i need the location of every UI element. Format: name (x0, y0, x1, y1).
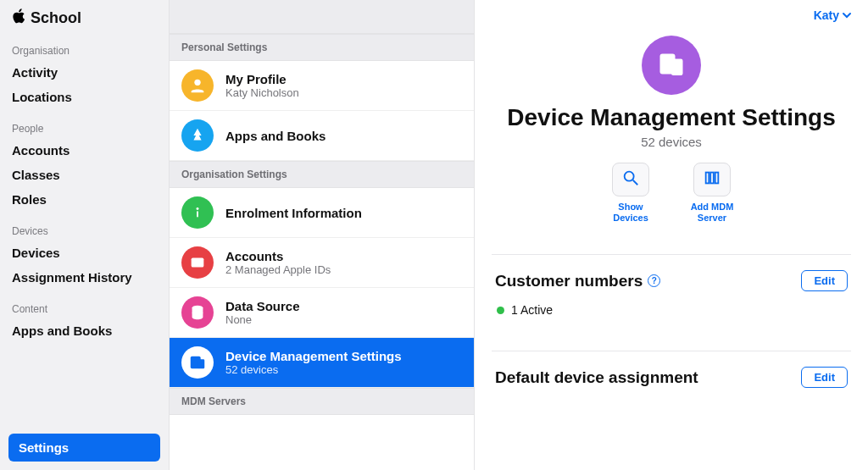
sidebar-group-content: Content Apps and Books (0, 293, 169, 346)
sidebar-group-people: People Accounts Classes Roles (0, 113, 169, 215)
brand-name: School (31, 9, 81, 27)
sidebar-item-settings[interactable]: Settings (8, 434, 160, 462)
sidebar-item-apps-and-books[interactable]: Apps and Books (0, 318, 169, 343)
database-icon (181, 296, 214, 329)
settings-item-device-management[interactable]: Device Management Settings 52 devices (170, 338, 474, 388)
user-menu[interactable]: Katy (475, 0, 868, 22)
settings-list: Personal Settings My Profile Katy Nichol… (170, 0, 475, 470)
svg-rect-8 (671, 59, 683, 76)
sidebar-item-devices[interactable]: Devices (0, 241, 169, 265)
brand: School (0, 0, 169, 35)
sidebar-item-accounts[interactable]: Accounts (0, 138, 169, 163)
settings-item-apps-and-books[interactable]: Apps and Books (170, 111, 474, 161)
show-devices-button[interactable]: Show Devices (600, 163, 661, 224)
settings-item-enrolment-info[interactable]: Enrolment Information (170, 188, 474, 238)
customer-numbers-status: 1 Active (495, 291, 848, 323)
chevron-down-icon (843, 8, 851, 22)
user-name: Katy (814, 8, 839, 22)
search-icon (621, 169, 640, 191)
svg-rect-12 (710, 173, 714, 184)
status-dot-icon (497, 307, 504, 314)
section-default-device-assignment: Default device assignment Edit (475, 351, 868, 395)
settings-item-accounts[interactable]: Accounts 2 Managed Apple IDs (170, 238, 474, 288)
detail-actions: Show Devices Add MDM Server (600, 163, 743, 224)
group-label-devices: Devices (0, 222, 169, 241)
add-mdm-server-button[interactable]: Add MDM Server (682, 163, 743, 224)
svg-rect-13 (715, 173, 719, 184)
row-sub: 52 devices (225, 363, 402, 376)
help-icon[interactable]: ? (648, 274, 660, 287)
sidebar-item-assignment-history[interactable]: Assignment History (0, 265, 169, 290)
row-title: Apps and Books (225, 129, 326, 143)
section-heading: Customer numbers (495, 272, 643, 290)
row-title: My Profile (225, 72, 299, 86)
settings-list-header-gap (170, 0, 474, 34)
svg-rect-3 (192, 258, 204, 268)
detail-subtitle: 52 devices (641, 135, 702, 149)
detail-hero: Device Management Settings 52 devices Sh… (475, 22, 868, 234)
settings-item-data-source[interactable]: Data Source None (170, 288, 474, 338)
settings-item-my-profile[interactable]: My Profile Katy Nicholson (170, 61, 474, 111)
group-label-organisation: Organisation (0, 41, 169, 60)
row-title: Enrolment Information (225, 206, 362, 220)
row-sub: None (225, 313, 300, 326)
row-sub: Katy Nicholson (225, 86, 299, 99)
id-card-icon (181, 246, 214, 279)
svg-rect-6 (198, 359, 204, 368)
sidebar: School Organisation Activity Locations P… (0, 0, 170, 470)
detail-pane: Katy Device Management Settings 52 devic… (475, 0, 868, 470)
sidebar-item-classes[interactable]: Classes (0, 163, 169, 187)
edit-customer-numbers-button[interactable]: Edit (801, 270, 848, 291)
section-head-personal: Personal Settings (170, 34, 474, 61)
server-icon (703, 169, 721, 191)
section-heading: Default device assignment (495, 368, 698, 387)
group-label-content: Content (0, 300, 169, 318)
row-sub: 2 Managed Apple IDs (225, 263, 331, 276)
svg-rect-2 (197, 211, 198, 217)
appstore-icon (181, 119, 214, 152)
row-title: Data Source (225, 299, 300, 313)
section-head-mdm-servers: MDM Servers (170, 388, 474, 415)
devices-icon (181, 346, 214, 379)
section-head-organisation: Organisation Settings (170, 161, 474, 188)
svg-line-10 (633, 180, 638, 185)
person-icon (181, 69, 214, 102)
section-customer-numbers: Customer numbers ? Edit 1 Active (475, 255, 868, 330)
row-title: Accounts (225, 249, 331, 263)
info-icon (181, 196, 214, 229)
svg-point-0 (194, 80, 200, 86)
devices-badge-icon (642, 36, 701, 95)
sidebar-item-locations[interactable]: Locations (0, 85, 169, 109)
sidebar-item-activity[interactable]: Activity (0, 60, 169, 85)
row-title: Device Management Settings (225, 349, 402, 363)
action-label: Add MDM Server (682, 202, 743, 224)
action-label: Show Devices (600, 202, 661, 224)
status-text: 1 Active (511, 303, 553, 317)
sidebar-group-organisation: Organisation Activity Locations (0, 35, 169, 113)
svg-point-1 (197, 207, 199, 210)
svg-point-9 (625, 172, 634, 181)
edit-default-assignment-button[interactable]: Edit (801, 367, 848, 388)
detail-title: Device Management Settings (507, 103, 835, 131)
sidebar-item-roles[interactable]: Roles (0, 187, 169, 212)
sidebar-group-devices: Devices Devices Assignment History (0, 215, 169, 293)
apple-logo-icon (12, 8, 25, 28)
svg-rect-11 (706, 173, 709, 184)
group-label-people: People (0, 119, 169, 138)
